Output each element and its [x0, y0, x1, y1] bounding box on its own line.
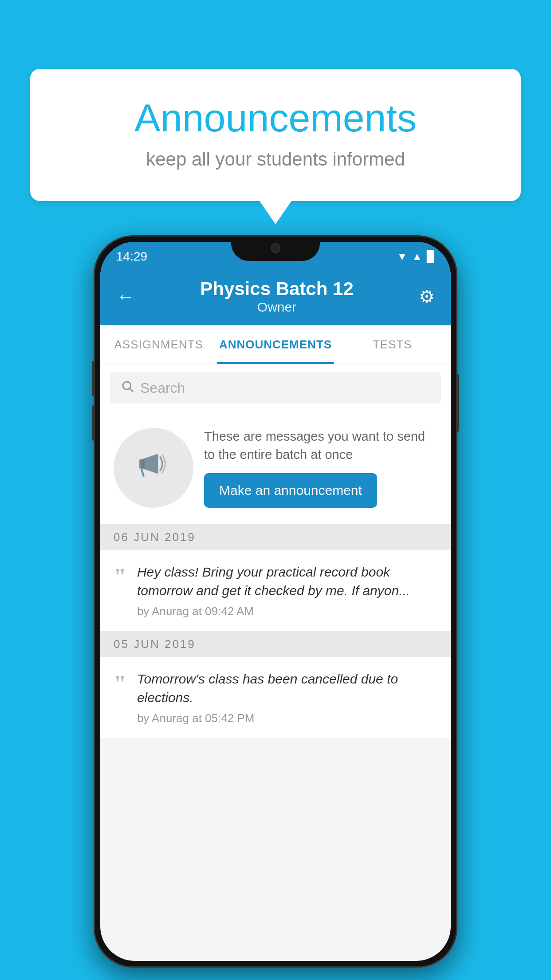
header-center: Physics Batch 12 Owner	[135, 278, 419, 315]
wifi-icon: ▼	[397, 250, 407, 263]
phone-outer: 14:29 ▼ ▲ ▉ ← Physics Batch 12 Owner ⚙	[94, 235, 457, 968]
settings-icon[interactable]: ⚙	[419, 286, 435, 307]
quote-icon-1: "	[114, 565, 126, 589]
make-announcement-button[interactable]: Make an announcement	[204, 473, 377, 508]
quote-icon-2: "	[114, 672, 126, 695]
promo-right: These are messages you want to send to t…	[204, 427, 437, 508]
tab-assignments[interactable]: ASSIGNMENTS	[100, 325, 217, 364]
announcement-text-1: Hey class! Bring your practical record b…	[137, 563, 437, 600]
search-placeholder: Search	[140, 380, 185, 396]
status-time: 14:29	[116, 249, 147, 264]
search-icon	[121, 379, 134, 396]
search-input-wrapper[interactable]: Search	[110, 372, 441, 403]
header-subtitle: Owner	[135, 300, 419, 315]
speech-bubble: Announcements keep all your students inf…	[30, 69, 521, 201]
promo-icon-circle	[114, 428, 193, 508]
announcement-meta-2: by Anurag at 05:42 PM	[137, 711, 437, 725]
announcement-text-2: Tomorrow's class has been cancelled due …	[137, 670, 437, 707]
date-separator-1: 06 JUN 2019	[100, 524, 451, 550]
phone-screen: 14:29 ▼ ▲ ▉ ← Physics Batch 12 Owner ⚙	[100, 242, 451, 961]
tab-bar: ASSIGNMENTS ANNOUNCEMENTS TESTS	[100, 325, 451, 364]
volume-down-button	[92, 405, 95, 441]
phone-notch	[231, 237, 320, 261]
front-camera	[271, 243, 280, 253]
speech-bubble-container: Announcements keep all your students inf…	[30, 69, 521, 201]
tab-tests[interactable]: TESTS	[334, 325, 451, 364]
volume-up-button	[92, 361, 95, 396]
announcement-content-1: Hey class! Bring your practical record b…	[137, 563, 437, 618]
svg-line-1	[130, 389, 133, 392]
promo-description: These are messages you want to send to t…	[204, 427, 437, 463]
promo-section: These are messages you want to send to t…	[100, 411, 451, 524]
announcement-content-2: Tomorrow's class has been cancelled due …	[137, 670, 437, 725]
speech-bubble-title: Announcements	[66, 95, 485, 141]
svg-rect-2	[139, 459, 145, 468]
search-container: Search	[100, 364, 451, 411]
phone-mockup: 14:29 ▼ ▲ ▉ ← Physics Batch 12 Owner ⚙	[94, 235, 457, 968]
battery-icon: ▉	[427, 250, 435, 263]
app-header: ← Physics Batch 12 Owner ⚙	[100, 268, 451, 325]
announcement-item-1[interactable]: " Hey class! Bring your practical record…	[100, 550, 451, 631]
date-separator-2: 05 JUN 2019	[100, 631, 451, 657]
power-button	[456, 374, 459, 432]
tab-announcements[interactable]: ANNOUNCEMENTS	[217, 325, 334, 364]
status-icons: ▼ ▲ ▉	[397, 250, 435, 263]
announcement-item-2[interactable]: " Tomorrow's class has been cancelled du…	[100, 657, 451, 738]
signal-icon: ▲	[412, 250, 422, 263]
announcement-meta-1: by Anurag at 09:42 AM	[137, 605, 437, 618]
megaphone-icon	[136, 446, 171, 489]
speech-bubble-subtitle: keep all your students informed	[66, 149, 485, 170]
header-title: Physics Batch 12	[135, 278, 419, 300]
back-button[interactable]: ←	[116, 286, 135, 307]
